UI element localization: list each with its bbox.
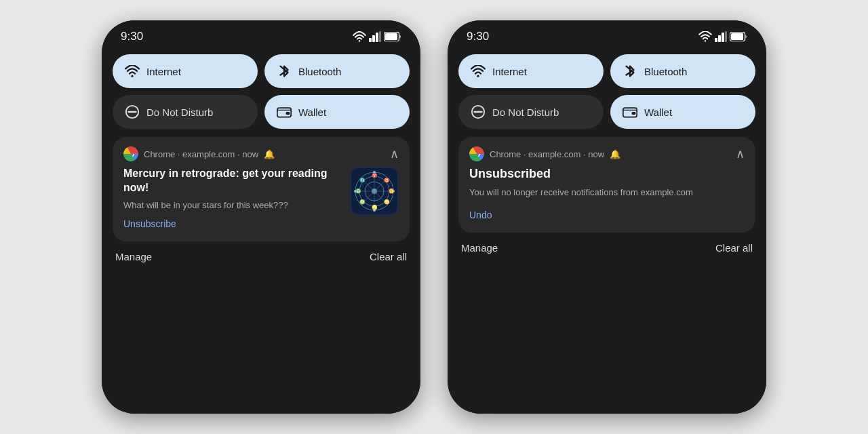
bluetooth-icon [279,64,290,79]
svg-rect-3 [376,33,378,42]
status-time-left: 9:30 [121,30,143,43]
notif-unsub-title-right: Unsubscribed [469,167,745,181]
wallet-tile-icon-right [623,104,637,119]
svg-rect-2 [372,35,375,42]
svg-rect-37 [715,38,717,42]
signal-icon-right [715,31,727,42]
notif-action-left[interactable]: Unsubscribe [123,216,399,232]
phone-right: 9:30 [448,20,766,414]
dnd-icon-right [471,104,486,119]
notif-title-left: Mercury in retrograde: get your reading … [123,167,343,195]
svg-text:♍: ♍ [359,199,366,205]
notif-expand-right[interactable]: ∧ [736,146,745,161]
tile-bluetooth-right[interactable]: Bluetooth [610,54,755,88]
clear-all-button-right[interactable]: Clear all [715,242,753,254]
svg-rect-1 [369,38,372,42]
tile-dnd-left[interactable]: Do Not Disturb [113,95,258,129]
bottom-actions-right: Manage Clear all [448,233,766,262]
wallet-tile-icon-left [277,104,292,119]
manage-button-right[interactable]: Manage [461,242,498,254]
svg-text:♋: ♋ [384,199,390,205]
svg-rect-38 [718,35,721,42]
wifi-status-icon-right [698,31,712,42]
notif-action-right[interactable]: Undo [469,207,745,223]
notif-body-left: Mercury in retrograde: get your reading … [113,167,410,241]
svg-point-36 [705,40,706,41]
notif-header-left: Chrome · example.com · now 🔔 ∧ [113,137,410,167]
clear-all-button-left[interactable]: Clear all [370,251,407,262]
battery-icon-left [384,32,401,41]
svg-text:♈: ♈ [372,172,378,178]
wifi-tile-icon-right [471,64,486,79]
notif-app-text-right: Chrome · example.com · now 🔔 [490,149,620,159]
notif-unsub-text-right: You will no longer receive notifications… [469,186,745,199]
wifi-icon-right [471,65,486,77]
svg-rect-6 [385,33,397,40]
notif-app-text-left: Chrome · example.com · now 🔔 [144,149,275,159]
notif-expand-left[interactable]: ∧ [390,146,399,161]
notif-app-info-left: Chrome · example.com · now 🔔 [123,146,275,161]
svg-point-43 [477,75,479,77]
wallet-icon [277,105,292,119]
tile-wallet-left[interactable]: Wallet [264,95,410,129]
status-icons-left [353,31,401,42]
chrome-logo-left [123,146,138,161]
bottom-actions-left: Manage Clear all [102,241,420,271]
tile-internet-label-left: Internet [146,66,181,77]
svg-rect-42 [731,33,743,40]
dnd-icon [125,104,140,119]
tile-wallet-right[interactable]: Wallet [610,95,755,129]
wifi-status-icon-left [353,31,366,42]
status-bar-right: 9:30 [448,20,766,49]
tile-bluetooth-label-right: Bluetooth [644,66,687,77]
tile-wallet-label-left: Wallet [298,106,326,118]
notif-header-right: Chrome · example.com · now 🔔 ∧ [458,137,755,167]
svg-rect-47 [632,112,636,115]
tile-wallet-label-right: Wallet [644,106,672,118]
chrome-icon-left [123,146,138,161]
tile-dnd-label-left: Do Not Disturb [146,106,213,118]
svg-point-7 [131,75,133,77]
svg-text:♌: ♌ [372,204,378,210]
bluetooth-tile-icon-right [623,64,637,79]
svg-text:♉: ♉ [384,177,390,183]
wifi-tile-icon-left [125,64,140,79]
bluetooth-icon-right [625,64,635,79]
chrome-logo-right [469,146,484,161]
manage-button-left[interactable]: Manage [115,251,152,262]
tile-internet-label-right: Internet [492,66,527,77]
notif-text-left: What will be in your stars for this week… [123,199,343,212]
svg-rect-4 [379,31,381,42]
notif-app-info-right: Chrome · example.com · now 🔔 [469,146,620,161]
phone-left: 9:30 [102,20,420,414]
notification-card-right: Chrome · example.com · now 🔔 ∧ Unsubscri… [458,137,755,233]
zodiac-svg-left: ♈ ♉ ♊ ♋ ♌ ♍ ♎ ♏ [351,168,397,214]
wallet-icon-right [623,105,637,119]
notification-card-left: Chrome · example.com · now 🔔 ∧ Mercury i… [113,137,410,241]
notif-body-right: Unsubscribed You will no longer receive … [458,167,755,233]
tile-internet-right[interactable]: Internet [458,54,604,88]
signal-icon-left [369,31,381,42]
notif-image-left: ♈ ♉ ♊ ♋ ♌ ♍ ♎ ♏ [350,167,399,216]
quick-tiles-right: Internet Bluetooth Do Not Disturb [448,49,766,137]
svg-point-27 [372,189,377,194]
tile-dnd-label-right: Do Not Disturb [492,106,559,118]
svg-rect-40 [725,31,727,42]
tile-dnd-right[interactable]: Do Not Disturb [458,95,604,129]
quick-tiles-left: Internet Bluetooth Do N [102,49,420,137]
status-icons-right [698,31,747,42]
tile-internet-left[interactable]: Internet [113,54,258,88]
svg-text:♏: ♏ [359,177,366,183]
status-time-right: 9:30 [467,30,489,43]
svg-point-0 [359,40,360,41]
tile-bluetooth-left[interactable]: Bluetooth [264,54,410,88]
notif-with-image-left: Mercury in retrograde: get your reading … [123,167,399,216]
dnd-tile-icon-left [125,104,140,119]
svg-rect-39 [722,33,724,42]
dnd-tile-icon-right [471,104,486,119]
svg-text:♎: ♎ [355,188,361,194]
svg-text:♊: ♊ [389,188,395,194]
wifi-icon [125,65,140,77]
status-bar-left: 9:30 [102,20,420,49]
battery-icon-right [730,32,747,41]
